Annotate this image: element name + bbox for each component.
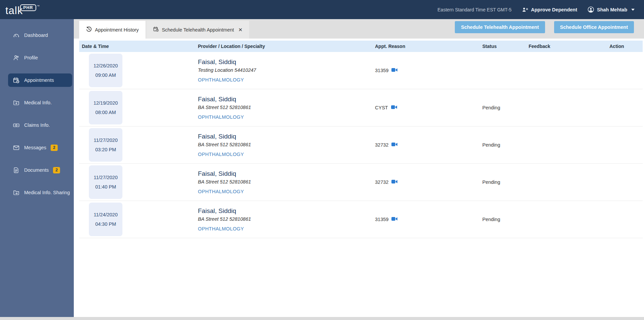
provider-cell: Faisal, Siddiq BA Street 512 52810861 OP… [195,207,372,231]
sidebar-item-label: Messages [24,145,46,150]
reason-cell: 31359 [372,217,480,222]
person-plus-icon [522,6,528,13]
chevron-down-icon [631,9,635,11]
user-name-label: Shah Mehtab [597,7,627,12]
date-time-chip: 11/27/2020 01:40 PM [89,165,122,199]
sidebar-item-label: Profile [24,55,38,60]
provider-specialty-link[interactable]: OPHTHALMOLOGY [198,226,372,231]
provider-name: Faisal, Siddiq [198,58,372,66]
provider-location: BA Street 512 52810861 [198,142,372,147]
provider-specialty-link[interactable]: OPHTHALMOLOGY [198,114,372,120]
app-logo[interactable]: talk PHR ™ [5,0,40,19]
appointment-time: 04:30 PM [89,219,122,229]
status-label: Pending [480,217,526,222]
user-avatar-icon [587,6,594,13]
provider-location: BA Street 512 52810861 [198,179,372,184]
sidebar-item-label: Dashboard [24,33,48,38]
schedule-office-appointment-button[interactable]: Schedule Office Appointment [554,21,634,33]
table-row: 12/26/2020 09:00 AM Faisal, Siddiq Testi… [79,52,643,89]
date-cell: 11/27/2020 03:20 PM [79,128,195,162]
sidebar-item-label: Claims Info. [24,122,50,128]
appointment-time: 03:20 PM [89,145,122,154]
provider-location: BA Street 512 52810861 [198,216,372,222]
table-row: 11/27/2020 03:20 PM Faisal, Siddiq BA St… [79,126,643,164]
sidebar-item-label: Documents [24,167,49,173]
dashboard-icon [13,32,20,39]
tab-label: Appointment History [95,27,139,33]
appointment-reason: 31359 [375,68,388,73]
sidebar-item-documents[interactable]: Documents 2 [8,163,72,177]
sidebar-item-label: Medical Info. [24,100,52,105]
medical-info-icon [13,99,20,106]
messages-icon [13,144,20,151]
video-camera-icon[interactable] [391,105,397,110]
provider-specialty-link[interactable]: OPHTHALMOLOGY [198,152,372,157]
documents-icon [13,167,20,174]
date-cell: 11/24/2020 04:30 PM [79,203,195,236]
appointment-date: 11/27/2020 [89,136,122,145]
provider-location: BA Street 512 52810861 [198,105,372,110]
appointment-time: 08:00 AM [89,108,122,117]
sidebar-item-appointments[interactable]: Appointments [8,73,72,87]
video-camera-icon[interactable] [391,179,398,185]
provider-location: Testing Location 54410247 [198,67,372,73]
column-header-status: Status [480,44,526,49]
video-camera-icon[interactable] [391,68,398,73]
calendar-clock-icon [153,26,159,33]
sidebar-item-medical-info[interactable]: Medical Info. [8,96,72,109]
column-header-provider: Provider / Location / Specialty [195,44,372,49]
tab-schedule-telehealth[interactable]: Schedule Telehealth Appointment ✕ [146,21,250,39]
appointments-icon [13,77,20,84]
provider-cell: Faisal, Siddiq BA Street 512 52810861 OP… [195,133,372,157]
appointment-reason: CYST [375,105,388,110]
provider-specialty-link[interactable]: OPHTHALMOLOGY [198,77,372,83]
horizontal-scrollbar[interactable] [0,317,644,320]
close-icon[interactable]: ✕ [238,27,243,33]
appointment-date: 12/19/2020 [89,98,122,108]
tab-label: Schedule Telehealth Appointment [162,27,234,33]
date-cell: 11/27/2020 01:40 PM [79,165,195,199]
provider-name: Faisal, Siddiq [198,170,372,177]
appointment-date: 11/24/2020 [89,210,122,219]
history-icon [86,26,92,33]
reason-cell: CYST [372,105,480,110]
logo-trademark: ™ [37,5,40,8]
sidebar-item-label: Medical Info. Sharing [24,190,70,195]
date-time-chip: 12/26/2020 09:00 AM [89,54,122,87]
video-camera-icon[interactable] [391,142,398,148]
sidebar-item-messages[interactable]: Messages 2 [8,141,72,154]
sidebar: Dashboard Profile Appointments [0,19,74,320]
appointment-history-table: Date & Time Provider / Location / Specia… [74,39,644,238]
video-camera-icon[interactable] [391,217,398,222]
appointment-reason: 32732 [375,179,388,185]
table-row: 11/24/2020 04:30 PM Faisal, Siddiq BA St… [79,201,643,238]
sidebar-item-profile[interactable]: Profile [8,51,72,64]
tab-strip: Appointment History Schedule Telehealth … [74,19,644,39]
schedule-telehealth-appointment-button[interactable]: Schedule Telehealth Appointment [455,21,545,33]
tab-appointment-history[interactable]: Appointment History [79,21,146,39]
column-header-date: Date & Time [79,44,195,49]
sidebar-item-medical-info-sharing[interactable]: Medical Info. Sharing [8,186,72,199]
appointment-reason: 32732 [375,142,388,148]
approve-dependent-button[interactable]: Approve Dependent [522,6,577,13]
sidebar-item-dashboard[interactable]: Dashboard [8,29,72,42]
status-label: Pending [480,105,526,110]
provider-specialty-link[interactable]: OPHTHALMOLOGY [198,189,372,194]
provider-cell: Faisal, Siddiq BA Street 512 52810861 OP… [195,96,372,120]
user-menu[interactable]: Shah Mehtab [587,6,635,13]
date-cell: 12/19/2020 08:00 AM [79,91,195,124]
messages-count-badge: 2 [51,145,58,151]
date-cell: 12/26/2020 09:00 AM [79,54,195,87]
appointment-time: 09:00 AM [89,70,122,80]
provider-name: Faisal, Siddiq [198,133,372,140]
profile-icon [13,54,20,61]
sidebar-item-claims-info[interactable]: Claims Info. [8,118,72,132]
reason-cell: 32732 [372,179,480,185]
column-header-action: Action [607,44,643,49]
status-label: Pending [480,179,526,185]
appointment-date: 11/27/2020 [89,173,122,182]
appointment-date: 12/26/2020 [89,61,122,70]
approve-dependent-label: Approve Dependent [531,7,577,12]
date-time-chip: 11/24/2020 04:30 PM [89,203,122,236]
reason-cell: 31359 [372,68,480,73]
